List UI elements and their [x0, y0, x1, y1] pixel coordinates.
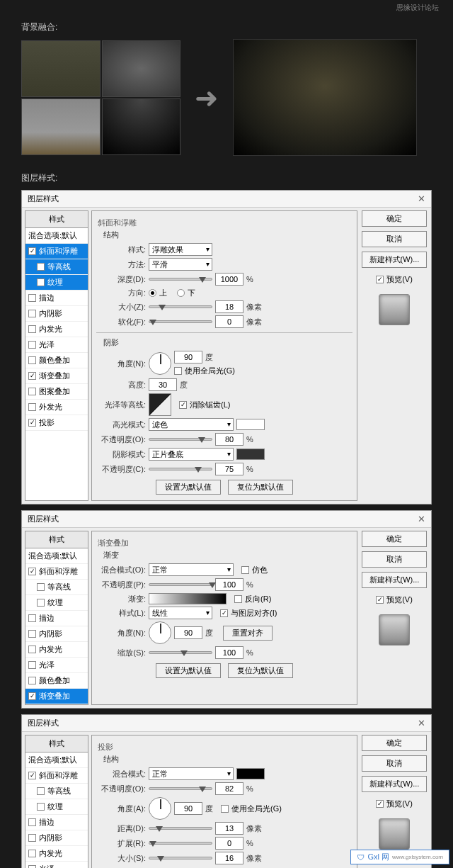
sh-color[interactable] [236, 768, 265, 779]
shadow-opacity-input[interactable]: 75 [215, 463, 243, 475]
reset-align-button[interactable]: 重置对齐 [223, 626, 273, 641]
style-inner-shadow[interactable]: 内阴影 [25, 306, 88, 322]
style-contour[interactable]: 等高线 [25, 259, 88, 275]
grad-angle-wheel[interactable] [149, 621, 171, 644]
style-stroke[interactable]: 描边 [25, 291, 88, 306]
depth-slider[interactable] [149, 278, 212, 281]
style-satin[interactable]: 光泽 [25, 658, 88, 673]
style-texture[interactable]: 纹理 [25, 275, 88, 291]
cancel-button[interactable]: 取消 [362, 755, 427, 772]
set-default-button[interactable]: 设置为默认值 [156, 480, 221, 495]
sh-opacity-input[interactable]: 82 [215, 782, 243, 795]
opacity-input[interactable]: 100 [215, 578, 243, 591]
style-texture[interactable]: 纹理 [25, 595, 88, 611]
dir-up-radio[interactable] [149, 289, 156, 297]
style-bevel[interactable]: 斜面和浮雕 [25, 244, 88, 259]
blend-options-item[interactable]: 混合选项:默认 [25, 228, 88, 244]
style-inner-shadow[interactable]: 内阴影 [25, 626, 88, 642]
blend-options-item[interactable]: 混合选项:默认 [25, 548, 88, 564]
sh-opacity-slider[interactable] [149, 787, 212, 790]
highlight-color[interactable] [236, 419, 265, 430]
opacity-slider[interactable] [149, 583, 212, 586]
antialias-checkbox[interactable] [179, 401, 187, 409]
sh-spread-input[interactable]: 0 [215, 837, 243, 850]
blend-options-item[interactable]: 混合选项:默认 [25, 753, 88, 768]
new-style-button[interactable]: 新建样式(W)... [362, 776, 427, 792]
style-inner-glow[interactable]: 内发光 [25, 846, 88, 862]
reverse-checkbox[interactable] [234, 595, 242, 603]
style-stroke[interactable]: 描边 [25, 611, 88, 626]
style-inner-shadow[interactable]: 内阴影 [25, 830, 88, 846]
close-icon[interactable]: ✕ [418, 193, 425, 204]
restore-default-button[interactable]: 复位为默认值 [228, 480, 293, 495]
style-gradient-overlay[interactable]: 渐变叠加 [25, 368, 88, 384]
scale-slider[interactable] [149, 651, 212, 654]
set-default-button[interactable]: 设置为默认值 [156, 663, 221, 678]
new-style-button[interactable]: 新建样式(W)... [362, 572, 427, 588]
style-contour[interactable]: 等高线 [25, 580, 88, 595]
preview-checkbox[interactable] [376, 596, 384, 604]
shadow-opacity-slider[interactable] [149, 468, 212, 470]
style-texture[interactable]: 纹理 [25, 799, 88, 815]
highlight-opacity-slider[interactable] [149, 438, 212, 441]
style-contour[interactable]: 等高线 [25, 784, 88, 799]
align-checkbox[interactable] [220, 609, 228, 617]
grad-angle-input[interactable]: 90 [174, 626, 202, 639]
angle-input[interactable]: 90 [174, 351, 202, 363]
angle-wheel[interactable] [149, 352, 171, 375]
restore-default-button[interactable]: 复位为默认值 [228, 663, 293, 678]
grad-style-select[interactable]: 线性 [149, 607, 212, 619]
style-color-overlay[interactable]: 颜色叠加 [25, 673, 88, 689]
size-slider[interactable] [149, 305, 212, 308]
cancel-button[interactable]: 取消 [362, 231, 427, 247]
sh-global-checkbox[interactable] [221, 805, 229, 813]
global-light-checkbox[interactable] [174, 367, 182, 375]
highlight-opacity-input[interactable]: 80 [215, 433, 243, 446]
style-outer-glow[interactable]: 外发光 [25, 400, 88, 415]
shadow-mode-select[interactable]: 正片叠底 [149, 448, 234, 461]
blend-mode-select[interactable]: 正常 [149, 563, 234, 576]
gradient-picker[interactable] [149, 593, 226, 604]
gloss-contour[interactable] [149, 393, 171, 416]
style-drop-shadow[interactable]: 投影 [25, 415, 88, 431]
sh-size-slider[interactable] [149, 857, 212, 859]
style-satin[interactable]: 光泽 [25, 337, 88, 353]
bevel-style-select[interactable]: 浮雕效果 [149, 243, 212, 256]
sh-angle-wheel[interactable] [149, 797, 171, 820]
style-satin[interactable]: 光泽 [25, 862, 88, 868]
dir-down-radio[interactable] [177, 289, 185, 297]
scale-input[interactable]: 100 [215, 646, 243, 659]
style-pattern-overlay[interactable]: 图案叠加 [25, 384, 88, 400]
style-gradient-overlay[interactable]: 渐变叠加 [25, 689, 88, 704]
sh-spread-slider[interactable] [149, 842, 212, 845]
cancel-button[interactable]: 取消 [362, 551, 427, 568]
style-bevel[interactable]: 斜面和浮雕 [25, 564, 88, 580]
sh-distance-input[interactable]: 13 [215, 822, 243, 835]
depth-input[interactable]: 1000 [215, 273, 243, 286]
dither-checkbox[interactable] [241, 566, 249, 574]
close-icon[interactable]: ✕ [418, 718, 425, 728]
style-color-overlay[interactable]: 颜色叠加 [25, 353, 88, 368]
style-inner-glow[interactable]: 内发光 [25, 322, 88, 337]
close-icon[interactable]: ✕ [418, 514, 425, 524]
sh-blend-select[interactable]: 正常 [149, 767, 234, 780]
altitude-input[interactable]: 30 [149, 378, 177, 391]
sh-angle-input[interactable]: 90 [174, 802, 202, 815]
ok-button[interactable]: 确定 [362, 531, 427, 547]
sh-distance-slider[interactable] [149, 827, 212, 830]
preview-checkbox[interactable] [376, 800, 384, 808]
style-inner-glow[interactable]: 内发光 [25, 642, 88, 658]
sh-size-input[interactable]: 16 [215, 852, 243, 864]
ok-button[interactable]: 确定 [362, 210, 427, 227]
style-bevel[interactable]: 斜面和浮雕 [25, 768, 88, 784]
soften-slider[interactable] [149, 320, 212, 323]
highlight-mode-select[interactable]: 滤色 [149, 418, 234, 431]
soften-input[interactable]: 0 [215, 315, 243, 328]
style-stroke[interactable]: 描边 [25, 815, 88, 830]
shadow-color[interactable] [236, 449, 265, 460]
bevel-method-select[interactable]: 平滑 [149, 258, 212, 271]
new-style-button[interactable]: 新建样式(W)... [362, 252, 427, 268]
size-input[interactable]: 18 [215, 300, 243, 313]
preview-checkbox[interactable] [376, 276, 384, 283]
ok-button[interactable]: 确定 [362, 735, 427, 751]
